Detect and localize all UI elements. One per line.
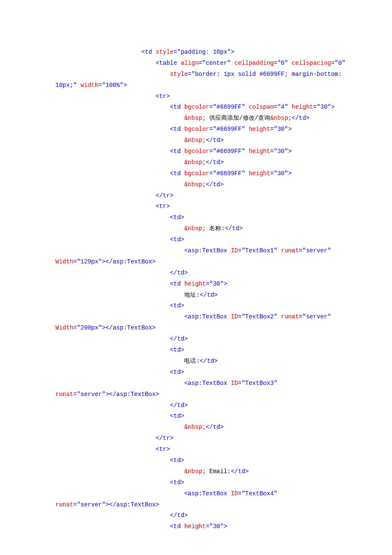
code-token: "4" bbox=[277, 104, 288, 110]
code-token: height bbox=[249, 170, 270, 177]
code-token: > bbox=[288, 170, 291, 177]
code-line: </td> bbox=[55, 400, 366, 411]
code-token: height bbox=[184, 523, 205, 530]
code-token bbox=[245, 104, 248, 110]
code-token: </td> bbox=[206, 181, 224, 188]
code-token: = bbox=[209, 148, 213, 155]
code-token: = bbox=[270, 170, 274, 177]
code-token: </tr> bbox=[156, 192, 173, 199]
code-token: = bbox=[209, 170, 213, 177]
code-token: > bbox=[224, 280, 227, 287]
code-token: "100%" bbox=[102, 82, 123, 89]
code-token: "#6699FF" bbox=[213, 148, 245, 155]
code-token: </td> bbox=[170, 512, 188, 519]
code-token: = bbox=[238, 380, 241, 387]
code-line: 10px;" width="100%"> bbox=[55, 80, 366, 91]
code-token: </td> bbox=[206, 159, 224, 166]
code-line: &nbsp;</td> bbox=[55, 422, 366, 433]
code-token: <td> bbox=[170, 479, 184, 486]
code-token: <asp:TextBox bbox=[184, 380, 231, 387]
code-token: runat bbox=[281, 313, 299, 320]
code-token bbox=[245, 170, 248, 177]
code-token: = bbox=[98, 82, 102, 89]
code-token: height bbox=[292, 104, 313, 110]
code-line: 电话:</td> bbox=[55, 356, 366, 367]
code-token: > bbox=[331, 104, 334, 110]
code-token: style bbox=[156, 49, 173, 55]
code-token: ></asp:TextBox> bbox=[102, 324, 156, 331]
code-token: <td bbox=[170, 126, 184, 133]
code-token: "server" bbox=[77, 391, 105, 398]
code-token: &nbsp; bbox=[184, 468, 205, 475]
code-token: <td bbox=[170, 148, 184, 155]
code-token: <td> bbox=[170, 214, 184, 221]
code-line: Width="129px"></asp:TextBox> bbox=[55, 257, 366, 268]
code-token: ID bbox=[231, 313, 238, 320]
code-line: Width="200px"></asp:TextBox> bbox=[55, 323, 366, 334]
code-line: runat="server"></asp:TextBox> bbox=[55, 500, 366, 511]
code-token: height bbox=[249, 148, 270, 155]
code-token: <td> bbox=[170, 457, 184, 464]
code-token: </td> bbox=[170, 269, 188, 276]
code-token: "30" bbox=[209, 280, 224, 287]
code-line: <td> bbox=[55, 301, 366, 312]
code-line: <td style="padding: 10px"> bbox=[55, 47, 366, 58]
code-line: <td> bbox=[55, 477, 366, 489]
code-token: "0" bbox=[334, 60, 345, 66]
code-token: = bbox=[238, 247, 241, 254]
code-line: style="border: 1px solid #6699FF; margin… bbox=[55, 69, 366, 80]
code-token: runat bbox=[55, 501, 73, 508]
code-token: = bbox=[270, 126, 274, 133]
code-token: "server" bbox=[303, 313, 331, 320]
code-token: </td> bbox=[170, 335, 188, 342]
code-line: <tr> bbox=[55, 444, 366, 455]
code-token: bgcolor bbox=[184, 148, 209, 155]
code-line: 地址:</td> bbox=[55, 290, 366, 301]
code-token: ></asp:TextBox> bbox=[102, 258, 156, 265]
code-token bbox=[331, 247, 334, 254]
code-token: <td bbox=[141, 49, 156, 55]
code-line: </td> bbox=[55, 268, 366, 279]
code-token bbox=[277, 380, 281, 387]
code-line: </tr> bbox=[55, 191, 366, 202]
code-token: "#6699FF" bbox=[213, 126, 245, 133]
code-token: 供应商添加/修改/查询 bbox=[206, 115, 270, 121]
code-token: &nbsp; bbox=[184, 115, 205, 121]
code-token: "TextBox3" bbox=[242, 380, 277, 387]
code-token: <td bbox=[170, 104, 184, 110]
code-token: = bbox=[209, 126, 213, 133]
code-document: <td style="padding: 10px"> <table align=… bbox=[0, 0, 392, 555]
code-line: <td bgcolor="#6699FF" colspan="4" height… bbox=[55, 102, 366, 113]
code-line: <td bgcolor="#6699FF" height="30"> bbox=[55, 124, 366, 135]
code-token: <td bbox=[170, 170, 184, 177]
code-token bbox=[277, 490, 281, 497]
code-token: align bbox=[181, 60, 199, 66]
code-token: Width bbox=[55, 324, 73, 331]
code-line: <asp:TextBox ID="TextBox4" bbox=[55, 489, 366, 500]
code-token: style bbox=[170, 71, 188, 78]
code-token: = bbox=[209, 104, 213, 110]
code-token: "TextBox2" bbox=[242, 313, 277, 320]
code-token: "server" bbox=[77, 501, 105, 508]
code-token: <asp:TextBox bbox=[184, 490, 231, 497]
code-token: > bbox=[224, 523, 227, 530]
code-token: &nbsp; bbox=[184, 225, 205, 232]
code-token: </td> bbox=[231, 468, 249, 475]
code-token: "200px" bbox=[77, 324, 102, 331]
code-token bbox=[245, 148, 248, 155]
code-token: <tr> bbox=[156, 446, 170, 453]
code-token: "center" bbox=[202, 60, 231, 66]
code-token: Width bbox=[55, 258, 73, 265]
code-token: "padding: 10px" bbox=[177, 49, 231, 55]
code-line: <td bgcolor="#6699FF" height="30"> bbox=[55, 168, 366, 179]
code-line: <td> bbox=[55, 234, 366, 246]
code-token: ></asp:TextBox> bbox=[106, 391, 159, 398]
code-token: "TextBox1" bbox=[242, 247, 277, 254]
code-token bbox=[288, 60, 291, 66]
code-token: ID bbox=[231, 380, 238, 387]
code-token: "border: 1px solid #6699FF; margin-botto… bbox=[191, 71, 345, 78]
code-token: colspan bbox=[249, 104, 274, 110]
code-token: = bbox=[270, 148, 274, 155]
code-token: </td> bbox=[292, 115, 310, 121]
code-token: runat bbox=[281, 247, 299, 254]
